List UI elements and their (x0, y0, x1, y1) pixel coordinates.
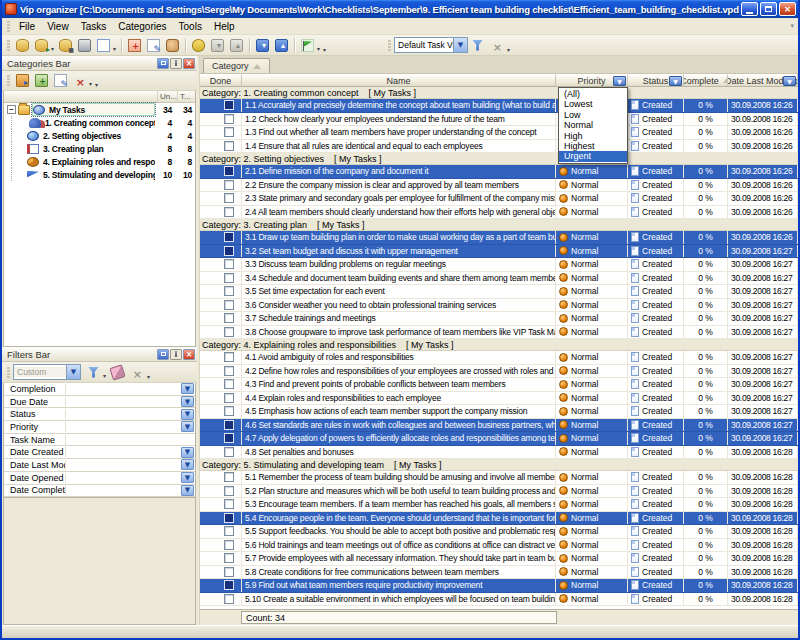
chevron-down-icon[interactable]: ▼ (181, 485, 194, 496)
task-row[interactable]: 3.7 Schedule trainings and meetingsNorma… (200, 312, 798, 326)
done-checkbox[interactable] (224, 594, 234, 604)
task-row[interactable]: 5.10 Create a suitable environment in wh… (200, 593, 798, 607)
filter-dropdown-button[interactable]: ▼ (669, 76, 682, 86)
task-row[interactable]: 4.1 Avoid ambiguity of roles and respons… (200, 351, 798, 365)
done-checkbox[interactable] (224, 352, 234, 362)
task-row[interactable]: 4.5 Emphasis how actions of each team me… (200, 405, 798, 419)
category-group-row[interactable]: Category: 5. Stimulating and developing … (200, 459, 798, 471)
tree-item[interactable]: 5. Stimulating and developing team1010 (4, 168, 195, 181)
done-checkbox[interactable] (224, 166, 234, 176)
toolbar-grip[interactable] (7, 40, 10, 51)
task-row[interactable]: 5.4 Encourage people in the team. Everyo… (200, 512, 798, 526)
flag-green-button[interactable] (298, 36, 317, 54)
done-checkbox[interactable] (224, 207, 234, 217)
clear-x-button[interactable]: × (127, 363, 146, 381)
chevron-down-icon[interactable]: ▼ (181, 447, 194, 458)
hand-button[interactable] (163, 36, 182, 54)
task-row[interactable]: 2.4 All team members should clearly unde… (200, 206, 798, 220)
dropdown-caret-icon[interactable]: ▾ (113, 39, 118, 52)
column-header-name[interactable]: Name (242, 74, 556, 87)
filter-row-date-completed[interactable]: Date Completed▼ (4, 485, 195, 498)
panel-minimize-button[interactable] (157, 58, 169, 69)
funnel-button[interactable] (84, 363, 103, 381)
filter-row-completion[interactable]: Completion▼ (4, 383, 195, 396)
task-row[interactable]: 3.2 Set team budget and discuss it with … (200, 245, 798, 259)
done-checkbox[interactable] (224, 580, 234, 590)
task-row[interactable]: 1.3 Find out whether all team members ha… (200, 126, 798, 140)
apply-view-button[interactable] (468, 36, 487, 54)
done-checkbox[interactable] (224, 567, 234, 577)
folder-arrow-button[interactable]: ▸ (13, 72, 32, 90)
database-button[interactable] (13, 36, 32, 54)
done-checkbox[interactable] (224, 433, 234, 443)
tab-category[interactable]: Category (203, 58, 270, 73)
chevron-down-icon[interactable]: ▼ (66, 365, 80, 379)
task-row[interactable]: 3.4 Schedule and document team building … (200, 272, 798, 286)
done-checkbox[interactable] (224, 141, 234, 151)
chevron-down-icon[interactable]: ▼ (453, 38, 467, 52)
panel-pin-button[interactable] (170, 58, 182, 69)
task-row[interactable]: 1.1 Accurately and precisely determine t… (200, 99, 798, 113)
task-row[interactable]: 2.2 Ensure the company mission is clear … (200, 179, 798, 193)
done-checkbox[interactable] (224, 513, 234, 523)
done-checkbox[interactable] (224, 286, 234, 296)
task-row[interactable]: 2.3 State primary and secondary goals pe… (200, 192, 798, 206)
category-group-row[interactable]: Category: 4. Explaining roles and respon… (200, 339, 798, 351)
filter-row-date-created[interactable]: Date Created▼ (4, 446, 195, 459)
filter-row-due-date[interactable]: Due Date▼ (4, 396, 195, 409)
edit-pencil-button[interactable]: ✎ (144, 36, 163, 54)
lock-database-button[interactable]: ■ (56, 36, 75, 54)
task-row[interactable]: 5.8 Create conditions for free communica… (200, 566, 798, 580)
toolbar-grip[interactable] (7, 21, 10, 32)
task-row[interactable]: 3.3 Discuss team building problems on re… (200, 258, 798, 272)
panel-close-button[interactable]: × (183, 58, 195, 69)
done-checkbox[interactable] (224, 193, 234, 203)
task-row[interactable]: 3.1 Draw up team building plan in order … (200, 231, 798, 245)
task-row[interactable]: 2.1 Define mission of the company and do… (200, 165, 798, 179)
task-row[interactable]: 5.1 Remember the process of team buildin… (200, 471, 798, 485)
done-checkbox[interactable] (224, 393, 234, 403)
minimize-button[interactable] (741, 2, 758, 16)
filter-preset-combobox[interactable]: Custom ▼ (13, 364, 81, 380)
filter-dropdown-button[interactable]: ▼ (783, 76, 796, 86)
panel-minimize-button[interactable] (157, 349, 169, 360)
done-checkbox[interactable] (224, 420, 234, 430)
key-button[interactable] (189, 36, 208, 54)
done-checkbox[interactable] (224, 526, 234, 536)
priority-option-low[interactable]: Low (559, 110, 627, 120)
menu-view[interactable]: View (41, 19, 75, 34)
toolbar-overflow-icon[interactable]: ▾ (506, 46, 513, 55)
menu-categories[interactable]: Categories (112, 19, 172, 34)
toolbar-grip[interactable] (388, 40, 391, 51)
filter-dropdown-button[interactable]: ▼ (613, 76, 626, 86)
toolbar-overflow-icon[interactable]: ▾ (322, 46, 329, 55)
column-header-done[interactable]: Done (200, 74, 242, 87)
category-group-row[interactable]: Category: 2. Setting objectives[ My Task… (200, 153, 798, 165)
open-database-button[interactable]: ▸ (32, 36, 51, 54)
tree-root-my-tasks[interactable]: −My Tasks3434 (4, 103, 195, 116)
menu-overflow-icon[interactable]: ▾ (790, 22, 798, 30)
done-checkbox[interactable] (224, 313, 234, 323)
task-row[interactable]: 4.2 Define how roles and responsibilitie… (200, 365, 798, 379)
toolbar-overflow-icon[interactable]: ▾ (94, 81, 101, 90)
done-checkbox[interactable] (224, 540, 234, 550)
chevron-down-icon[interactable]: ▼ (181, 472, 194, 483)
pencil-button[interactable]: ✎ (51, 72, 70, 90)
task-row[interactable]: 5.7 Provide employees with all necessary… (200, 552, 798, 566)
category-group-row[interactable]: Category: 3. Creating plan[ My Tasks ] (200, 219, 798, 231)
task-row[interactable]: 5.6 Hold trainings and team meetings out… (200, 539, 798, 553)
unread-column-header[interactable]: Un... (158, 91, 178, 102)
done-checkbox[interactable] (224, 246, 234, 256)
priority-option-high[interactable]: High (559, 131, 627, 141)
column-header-pri[interactable]: Priority▼ (556, 74, 628, 87)
tree-collapse-icon[interactable]: − (7, 105, 16, 114)
column-header-comp[interactable]: Complete (684, 74, 728, 87)
chevron-down-icon[interactable]: ▼ (181, 421, 194, 432)
task-row[interactable]: 1.4 Ensure that all rules are identical … (200, 140, 798, 154)
close-button[interactable]: × (779, 2, 796, 16)
filter-row-priority[interactable]: Priority▼ (4, 421, 195, 434)
arrow-down-gray-button[interactable]: ▾ (208, 36, 227, 54)
task-row[interactable]: 4.7 Apply delegation of powers to effici… (200, 432, 798, 446)
chevron-down-icon[interactable]: ▼ (181, 396, 194, 407)
tree-item[interactable]: 2. Setting objectives44 (4, 129, 195, 142)
